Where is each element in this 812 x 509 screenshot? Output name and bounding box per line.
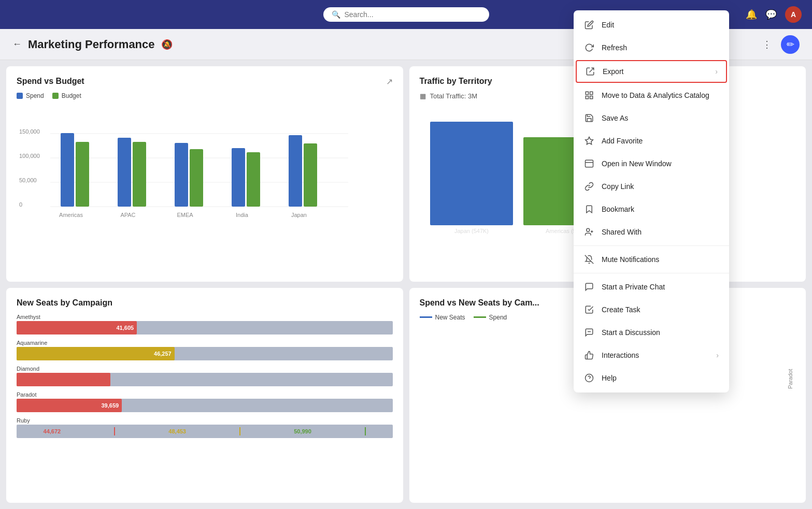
svg-text:150,000: 150,000 bbox=[19, 128, 40, 135]
campaign-label: Paradot bbox=[17, 391, 393, 398]
menu-item-help[interactable]: Help bbox=[574, 367, 729, 389]
campaign-label: Aquamarine bbox=[17, 340, 393, 346]
window-icon bbox=[584, 158, 594, 169]
campaign-label: Diamond bbox=[17, 366, 393, 372]
svg-rect-16 bbox=[289, 135, 302, 207]
discussion-label: Start a Discussion bbox=[602, 328, 719, 337]
open-window-label: Open in New Window bbox=[602, 159, 719, 168]
star-icon bbox=[584, 136, 594, 146]
link-icon bbox=[584, 181, 594, 192]
menu-item-bookmark[interactable]: Bookmark bbox=[574, 198, 729, 221]
chat-button[interactable]: 💬 bbox=[765, 9, 777, 20]
menu-item-interactions[interactable]: Interactions › bbox=[574, 344, 729, 367]
back-button[interactable]: ← bbox=[12, 39, 22, 50]
menu-item-export[interactable]: Export › bbox=[576, 60, 727, 83]
interactions-label: Interactions bbox=[602, 351, 709, 359]
svg-rect-32 bbox=[590, 96, 593, 99]
svg-text:Japan: Japan bbox=[291, 212, 307, 218]
help-icon bbox=[584, 373, 594, 383]
menu-item-mute[interactable]: Mute Notifications bbox=[574, 248, 729, 271]
campaign-value: 39,659 bbox=[101, 402, 119, 409]
create-task-label: Create Task bbox=[602, 306, 719, 314]
menu-item-edit[interactable]: Edit bbox=[574, 13, 729, 36]
edit-icon: ✏ bbox=[787, 39, 794, 50]
copy-link-label: Copy Link bbox=[602, 182, 719, 191]
svg-text:EMEA: EMEA bbox=[177, 212, 193, 218]
more-options-button[interactable]: ⋮ bbox=[759, 36, 775, 53]
svg-rect-13 bbox=[190, 149, 203, 207]
more-icon: ⋮ bbox=[762, 39, 772, 50]
menu-item-discussion[interactable]: Start a Discussion bbox=[574, 321, 729, 344]
campaign-value: 41,605 bbox=[117, 325, 134, 331]
context-menu: Edit Refresh Export › Move to Data & Ana… bbox=[574, 10, 729, 392]
bookmark-icon bbox=[584, 204, 594, 214]
shared-with-label: Shared With bbox=[602, 228, 719, 236]
svg-rect-15 bbox=[247, 152, 260, 207]
bell-icon: 🔔 bbox=[746, 9, 757, 20]
notifications-button[interactable]: 🔔 bbox=[746, 9, 757, 20]
budget-legend-label: Budget bbox=[62, 92, 81, 99]
spend-legend-label: Spend bbox=[26, 92, 44, 99]
menu-item-shared-with[interactable]: Shared With bbox=[574, 221, 729, 243]
svg-rect-35 bbox=[586, 160, 593, 167]
svg-rect-17 bbox=[304, 143, 317, 207]
page-title: Marketing Performance bbox=[28, 38, 155, 51]
svg-rect-14 bbox=[232, 148, 245, 207]
svg-rect-33 bbox=[586, 96, 588, 99]
total-traffic-label: Total Traffic: 3M bbox=[430, 92, 478, 100]
campaign-value: 38,353 bbox=[90, 376, 108, 383]
svg-rect-8 bbox=[61, 133, 74, 207]
search-icon: 🔍 bbox=[332, 10, 340, 19]
budget-legend-dot bbox=[52, 93, 59, 99]
refresh-icon bbox=[584, 42, 594, 53]
spend-legend-dot bbox=[17, 93, 23, 99]
spend-label: Spend bbox=[489, 314, 507, 321]
menu-item-open-window[interactable]: Open in New Window bbox=[574, 152, 729, 175]
svg-rect-9 bbox=[76, 142, 89, 207]
svg-text:100,000: 100,000 bbox=[19, 153, 40, 159]
table-icon: ▦ bbox=[420, 92, 426, 100]
menu-item-create-task[interactable]: Create Task bbox=[574, 298, 729, 321]
spend-budget-card: Spend vs Budget Spend Budget ↗ 0 50,000 bbox=[6, 66, 403, 282]
menu-item-add-favorite[interactable]: Add Favorite bbox=[574, 129, 729, 152]
menu-item-copy-link[interactable]: Copy Link bbox=[574, 175, 729, 198]
search-bar[interactable]: 🔍 bbox=[323, 7, 489, 22]
header-actions: ⋮ ✏ bbox=[759, 35, 800, 54]
shared-icon bbox=[584, 227, 594, 237]
campaign-row-diamond: Diamond 38,353 bbox=[17, 366, 393, 386]
svg-line-29 bbox=[590, 68, 594, 72]
export-chevron-icon: › bbox=[715, 67, 718, 76]
add-favorite-label: Add Favorite bbox=[602, 137, 719, 145]
ruby-val1: 44,672 bbox=[44, 428, 61, 434]
menu-item-refresh[interactable]: Refresh bbox=[574, 36, 729, 59]
menu-item-private-chat[interactable]: Start a Private Chat bbox=[574, 275, 729, 298]
spend-legend bbox=[474, 316, 486, 318]
campaign-row-paradot: Paradot 39,659 bbox=[17, 391, 393, 412]
bookmark-label: Bookmark bbox=[602, 205, 719, 213]
search-input[interactable] bbox=[345, 10, 481, 19]
spend-seats-title: Spend vs New Seats by Cam... bbox=[420, 298, 539, 308]
mute-label: Mute Notifications bbox=[602, 255, 719, 264]
menu-item-move-catalog[interactable]: Move to Data & Analytics Catalog bbox=[574, 84, 729, 107]
paradot-axis-label: Paradot bbox=[785, 327, 795, 431]
ruby-val2: 48,453 bbox=[168, 428, 186, 434]
menu-item-save-as[interactable]: Save As bbox=[574, 107, 729, 129]
svg-rect-23 bbox=[430, 122, 513, 225]
move-catalog-label: Move to Data & Analytics Catalog bbox=[602, 91, 719, 99]
refresh-label: Refresh bbox=[602, 43, 719, 52]
campaign-row-ruby: Ruby 44,672 48,453 50,990 bbox=[17, 417, 393, 438]
pencil-icon bbox=[584, 20, 594, 30]
export-label: Export bbox=[603, 67, 708, 76]
discussion-icon bbox=[584, 327, 594, 338]
svg-text:Americas: Americas bbox=[59, 212, 83, 218]
new-seats-legend bbox=[420, 316, 432, 318]
spend-budget-title: Spend vs Budget bbox=[17, 77, 84, 86]
svg-rect-30 bbox=[586, 92, 588, 94]
new-seats-title: New Seats by Campaign bbox=[17, 298, 393, 308]
avatar[interactable]: A bbox=[785, 6, 802, 23]
svg-text:0: 0 bbox=[19, 201, 22, 208]
edit-button[interactable]: ✏ bbox=[781, 35, 800, 54]
menu-divider-2 bbox=[574, 273, 729, 273]
expand-icon[interactable]: ↗ bbox=[386, 77, 393, 86]
svg-line-40 bbox=[585, 255, 594, 264]
